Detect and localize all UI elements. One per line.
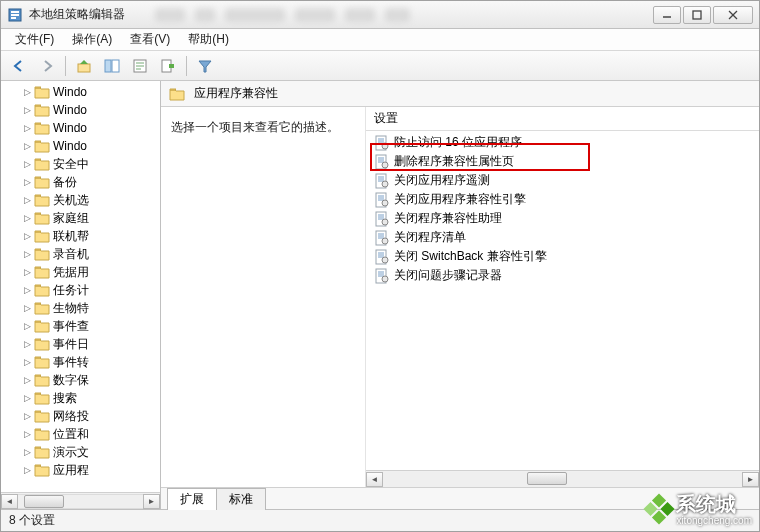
settings-row[interactable]: 关闭应用程序遥测 <box>366 171 759 190</box>
expand-icon[interactable]: ▷ <box>21 123 33 133</box>
expand-icon[interactable]: ▷ <box>21 213 33 223</box>
scroll-left-icon[interactable]: ◄ <box>1 494 18 509</box>
folder-icon <box>34 211 50 225</box>
tab-extended[interactable]: 扩展 <box>167 488 217 510</box>
scroll-right-icon[interactable]: ► <box>143 494 160 509</box>
menu-action[interactable]: 操作(A) <box>64 29 120 50</box>
watermark-sub: xitongcheng.com <box>676 515 752 526</box>
scroll-left-icon[interactable]: ◄ <box>366 472 383 487</box>
tree-item[interactable]: ▷事件转 <box>1 353 160 371</box>
expand-icon[interactable]: ▷ <box>21 357 33 367</box>
expand-icon[interactable]: ▷ <box>21 159 33 169</box>
settings-row[interactable]: 删除程序兼容性属性页 <box>366 152 759 171</box>
folder-icon <box>34 247 50 261</box>
minimize-button[interactable] <box>653 6 681 24</box>
scroll-right-icon[interactable]: ► <box>742 472 759 487</box>
expand-icon[interactable]: ▷ <box>21 285 33 295</box>
tree-item[interactable]: ▷演示文 <box>1 443 160 461</box>
expand-icon[interactable]: ▷ <box>21 87 33 97</box>
tree-view[interactable]: ▷Windo▷Windo▷Windo▷Windo▷安全中▷备份▷关机选▷家庭组▷… <box>1 81 160 492</box>
scroll-thumb[interactable] <box>24 495 64 508</box>
expand-icon[interactable]: ▷ <box>21 447 33 457</box>
tree-item[interactable]: ▷任务计 <box>1 281 160 299</box>
tree-item[interactable]: ▷事件日 <box>1 335 160 353</box>
tree-item[interactable]: ▷Windo <box>1 83 160 101</box>
expand-icon[interactable]: ▷ <box>21 321 33 331</box>
tree-item-label: Windo <box>53 139 87 153</box>
policy-icon <box>374 135 390 151</box>
tree-item[interactable]: ▷事件查 <box>1 317 160 335</box>
expand-icon[interactable]: ▷ <box>21 339 33 349</box>
close-button[interactable] <box>713 6 753 24</box>
settings-row-label: 关闭问题步骤记录器 <box>394 267 502 284</box>
expand-icon[interactable]: ▷ <box>21 141 33 151</box>
settings-list[interactable]: 防止访问 16 位应用程序删除程序兼容性属性页关闭应用程序遥测关闭应用程序兼容性… <box>366 131 759 470</box>
tree-item[interactable]: ▷网络投 <box>1 407 160 425</box>
settings-row[interactable]: 关闭程序清单 <box>366 228 759 247</box>
expand-icon[interactable]: ▷ <box>21 393 33 403</box>
settings-row[interactable]: 防止访问 16 位应用程序 <box>366 133 759 152</box>
svg-point-50 <box>382 257 388 263</box>
tree-item[interactable]: ▷关机选 <box>1 191 160 209</box>
expand-icon[interactable]: ▷ <box>21 231 33 241</box>
menu-file[interactable]: 文件(F) <box>7 29 62 50</box>
menu-help[interactable]: 帮助(H) <box>180 29 237 50</box>
properties-button[interactable] <box>128 54 152 78</box>
list-hscrollbar[interactable]: ◄ ► <box>366 470 759 487</box>
forward-button[interactable] <box>35 54 59 78</box>
policy-icon <box>374 192 390 208</box>
scroll-thumb[interactable] <box>527 472 567 485</box>
path-bar: 应用程序兼容性 <box>161 81 759 107</box>
tree-hscrollbar[interactable]: ◄ ► <box>1 492 160 509</box>
tree-item[interactable]: ▷数字保 <box>1 371 160 389</box>
settings-row[interactable]: 关闭问题步骤记录器 <box>366 266 759 285</box>
svg-point-55 <box>382 276 388 282</box>
expand-icon[interactable]: ▷ <box>21 177 33 187</box>
tree-item[interactable]: ▷位置和 <box>1 425 160 443</box>
tree-item[interactable]: ▷联机帮 <box>1 227 160 245</box>
menubar: 文件(F) 操作(A) 查看(V) 帮助(H) <box>1 29 759 51</box>
tree-item[interactable]: ▷搜索 <box>1 389 160 407</box>
tree-item[interactable]: ▷安全中 <box>1 155 160 173</box>
expand-icon[interactable]: ▷ <box>21 375 33 385</box>
folder-icon <box>34 355 50 369</box>
expand-icon[interactable]: ▷ <box>21 429 33 439</box>
expand-icon[interactable]: ▷ <box>21 303 33 313</box>
policy-icon <box>374 211 390 227</box>
tree-item[interactable]: ▷Windo <box>1 101 160 119</box>
tree-item[interactable]: ▷生物特 <box>1 299 160 317</box>
column-header-setting[interactable]: 设置 <box>374 110 398 127</box>
scroll-track[interactable] <box>383 472 742 487</box>
filter-button[interactable] <box>193 54 217 78</box>
expand-icon[interactable]: ▷ <box>21 195 33 205</box>
tree-item-label: 数字保 <box>53 372 89 389</box>
tree-item[interactable]: ▷Windo <box>1 137 160 155</box>
expand-icon[interactable]: ▷ <box>21 249 33 259</box>
scroll-track[interactable] <box>18 494 143 509</box>
list-header[interactable]: 设置 <box>366 107 759 131</box>
tree-item[interactable]: ▷凭据用 <box>1 263 160 281</box>
expand-icon[interactable]: ▷ <box>21 465 33 475</box>
show-hide-tree-button[interactable] <box>100 54 124 78</box>
tree-item[interactable]: ▷家庭组 <box>1 209 160 227</box>
folder-icon <box>34 139 50 153</box>
tree-item[interactable]: ▷应用程 <box>1 461 160 479</box>
tab-standard[interactable]: 标准 <box>216 488 266 510</box>
expand-icon[interactable]: ▷ <box>21 267 33 277</box>
settings-row[interactable]: 关闭 SwitchBack 兼容性引擎 <box>366 247 759 266</box>
export-button[interactable] <box>156 54 180 78</box>
tree-item[interactable]: ▷备份 <box>1 173 160 191</box>
tree-item-label: 联机帮 <box>53 228 89 245</box>
back-button[interactable] <box>7 54 31 78</box>
tree-item[interactable]: ▷录音机 <box>1 245 160 263</box>
expand-icon[interactable]: ▷ <box>21 105 33 115</box>
tree-item-label: 录音机 <box>53 246 89 263</box>
tree-item[interactable]: ▷Windo <box>1 119 160 137</box>
settings-row[interactable]: 关闭程序兼容性助理 <box>366 209 759 228</box>
expand-icon[interactable]: ▷ <box>21 411 33 421</box>
menu-view[interactable]: 查看(V) <box>122 29 178 50</box>
maximize-button[interactable] <box>683 6 711 24</box>
settings-row[interactable]: 关闭应用程序兼容性引擎 <box>366 190 759 209</box>
up-button[interactable] <box>72 54 96 78</box>
settings-list-pane: 设置 防止访问 16 位应用程序删除程序兼容性属性页关闭应用程序遥测关闭应用程序… <box>366 107 759 487</box>
